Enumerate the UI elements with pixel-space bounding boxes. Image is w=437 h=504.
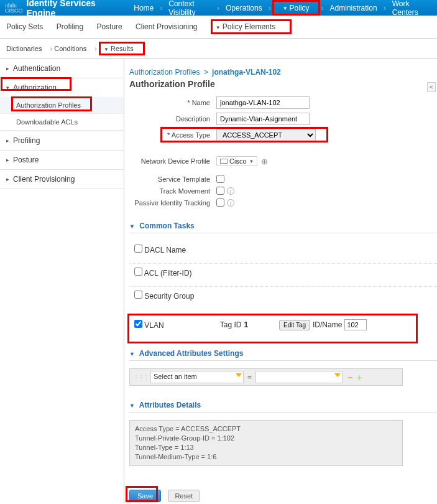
add-attr-button[interactable]: + xyxy=(357,372,362,383)
subnav-policy-elements[interactable]: ▼Policy Elements xyxy=(216,22,275,31)
chevron-down-icon: ▼ xyxy=(249,159,254,164)
nav-work-centers[interactable]: Work Centers xyxy=(392,0,427,17)
security-group-checkbox[interactable] xyxy=(134,291,142,299)
dropdown-icon: ▼ xyxy=(283,6,288,11)
advanced-attribute-row: ⋮⋮⋮ Select an item = − + xyxy=(129,368,403,386)
description-label: Description xyxy=(129,115,216,123)
remove-attr-button[interactable]: − xyxy=(347,372,353,383)
ternav-dictionaries[interactable]: Dictionaries xyxy=(6,45,42,52)
sidebar-item-authentication[interactable]: ▸Authentication xyxy=(0,59,124,78)
attr-detail-line: Tunnel-Type = 1:13 xyxy=(135,443,397,452)
dropdown-icon: ▼ xyxy=(104,47,109,52)
pit-checkbox[interactable] xyxy=(216,198,224,207)
attr-detail-line: Access Type = ACCESS_ACCEPT xyxy=(135,424,397,434)
idname-field[interactable] xyxy=(344,319,367,330)
separator-icon: › xyxy=(94,45,97,52)
caret-down-icon: ▼ xyxy=(129,223,135,230)
ternav-results[interactable]: ▼Results xyxy=(104,45,134,52)
vlan-checkbox[interactable] xyxy=(134,320,142,328)
attr-key-select[interactable]: Select an item xyxy=(150,371,244,383)
subnav-client-provisioning[interactable]: Client Provisioning xyxy=(136,22,197,31)
subnav-profiling[interactable]: Profiling xyxy=(57,22,83,31)
tagid-value: 1 xyxy=(244,320,248,329)
pit-label: Passive Identity Tracking xyxy=(129,199,216,207)
breadcrumb-parent[interactable]: Authorization Profiles xyxy=(129,68,200,77)
sidebar-item-downloadable-acls[interactable]: Downloadable ACLs xyxy=(0,114,124,131)
ndp-add-button[interactable]: ⊕ xyxy=(261,157,268,166)
reset-button[interactable]: Reset xyxy=(168,490,200,502)
chevron-down-icon xyxy=(236,373,242,377)
caret-right-icon: ▸ xyxy=(6,176,9,182)
sidebar-item-client-provisioning[interactable]: ▸Client Provisioning xyxy=(0,170,124,189)
caret-right-icon: ▸ xyxy=(6,157,9,163)
info-icon[interactable]: i xyxy=(227,199,234,207)
sub-nav: Policy Sets Profiling Posture Client Pro… xyxy=(0,16,437,39)
attr-detail-line: Tunnel-Medium-Type = 1:6 xyxy=(135,452,397,462)
nav-context-visibility[interactable]: Context Visibility xyxy=(168,0,211,17)
drag-handle-icon[interactable]: ⋮⋮⋮ xyxy=(133,374,148,381)
access-type-select[interactable]: ACCESS_ACCEPT xyxy=(216,129,316,141)
separator-icon: › xyxy=(269,4,271,12)
sidebar-item-profiling[interactable]: ▸Profiling xyxy=(0,131,124,150)
separator-icon: › xyxy=(160,4,162,12)
tagid-label: Tag ID xyxy=(220,320,242,329)
tertiary-nav: Dictionaries › Conditions › ▼Results < xyxy=(0,39,437,59)
nav-home[interactable]: Home xyxy=(134,4,154,12)
ndp-label: Network Device Profile xyxy=(129,157,216,165)
info-icon[interactable]: i xyxy=(227,187,234,195)
dropdown-icon: ▼ xyxy=(216,25,221,30)
sidebar-item-authz-profiles[interactable]: Authorization Profiles xyxy=(0,97,124,114)
sidebar: ▸Authentication ▾Authorization Authoriza… xyxy=(0,59,124,504)
subnav-posture[interactable]: Posture xyxy=(96,22,122,31)
caret-right-icon: ▸ xyxy=(6,138,9,144)
security-group-label: Security Group xyxy=(144,292,194,301)
sidebar-item-posture[interactable]: ▸Posture xyxy=(0,151,124,169)
attr-value-select[interactable] xyxy=(255,371,343,383)
name-field[interactable] xyxy=(216,96,310,109)
description-field[interactable] xyxy=(216,113,310,125)
caret-down-icon: ▼ xyxy=(129,403,135,409)
acl-checkbox[interactable] xyxy=(134,268,142,276)
main-content: Authorization Profiles > jonathga-VLAN-1… xyxy=(124,59,437,504)
nav-administration[interactable]: Administration xyxy=(330,4,377,12)
separator-icon: › xyxy=(321,4,324,12)
edit-tag-button[interactable]: Edit Tag xyxy=(279,320,310,330)
subnav-policy-sets[interactable]: Policy Sets xyxy=(6,22,43,31)
track-movement-checkbox[interactable] xyxy=(216,187,224,195)
separator-icon: › xyxy=(217,4,219,12)
track-movement-label: Track Movement xyxy=(129,187,216,195)
dacl-label: DACL Name xyxy=(144,246,186,254)
attributes-details-box: Access Type = ACCESS_ACCEPT Tunnel-Priva… xyxy=(129,420,403,466)
access-type-label: * Access Type xyxy=(129,131,216,139)
flag-icon xyxy=(220,159,228,164)
sidebar-item-authorization[interactable]: ▾Authorization xyxy=(0,78,124,97)
equals-label: = xyxy=(247,373,252,381)
cisco-logo-icon: ıılıılıı CISCO xyxy=(5,3,23,13)
chevron-down-icon xyxy=(334,373,341,377)
service-template-label: Service Template xyxy=(129,175,216,183)
section-common-tasks[interactable]: ▼ Common Tasks xyxy=(129,222,437,233)
nav-operations[interactable]: Operations xyxy=(226,4,262,12)
ternav-conditions[interactable]: Conditions xyxy=(54,45,86,52)
ndp-dropdown[interactable]: Cisco ▼ xyxy=(216,156,257,166)
caret-right-icon: ▸ xyxy=(6,65,9,72)
acl-label: ACL (Filter-ID) xyxy=(144,269,192,278)
nav-policy[interactable]: ▼Policy xyxy=(283,4,310,12)
attr-detail-line: Tunnel-Private-Group-ID = 1:102 xyxy=(135,434,397,443)
name-label: * Name xyxy=(129,99,216,106)
dacl-checkbox[interactable] xyxy=(134,245,142,253)
page-title: Authorization Profile xyxy=(129,79,437,89)
caret-down-icon: ▾ xyxy=(6,85,9,91)
section-details[interactable]: ▼ Attributes Details xyxy=(129,401,437,413)
idname-label: ID/Name xyxy=(313,320,342,329)
separator-icon: › xyxy=(50,45,53,52)
breadcrumb: Authorization Profiles > jonathga-VLAN-1… xyxy=(129,68,437,77)
vlan-task: VLAN xyxy=(134,320,164,330)
caret-down-icon: ▼ xyxy=(129,351,135,357)
top-banner: ıılıılıı CISCO Identity Services Engine … xyxy=(0,0,437,16)
breadcrumb-current: jonathga-VLAN-102 xyxy=(212,68,281,77)
service-template-checkbox[interactable] xyxy=(216,175,224,183)
separator-icon: › xyxy=(384,4,386,12)
save-button[interactable]: Save xyxy=(129,490,161,502)
section-advanced[interactable]: ▼ Advanced Attributes Settings xyxy=(129,349,437,361)
